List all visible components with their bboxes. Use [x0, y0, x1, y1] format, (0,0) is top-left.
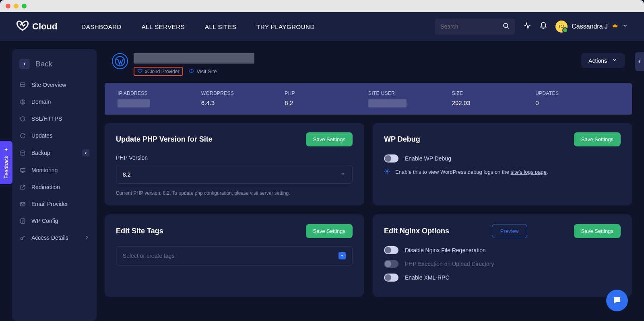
brand-name: Cloud — [32, 21, 57, 32]
site-header: xCloud Provider Visit Site Actions — [105, 49, 632, 83]
svg-point-3 — [21, 150, 25, 152]
window-chrome — [0, 0, 644, 12]
stat-updates: UPDATES0 — [535, 91, 619, 107]
svg-rect-4 — [20, 168, 25, 171]
php-version-card: Update PHP Version for Site Save Setting… — [105, 123, 364, 206]
sparkle-icon: ✦ — [3, 146, 9, 152]
stat-size: SIZE292.03 — [452, 91, 536, 107]
card-title: Update PHP Version for Site — [116, 135, 213, 144]
user-menu[interactable]: CJ Cassandra J — [555, 21, 628, 33]
sidebar-item-label: Access Details — [31, 235, 68, 241]
svg-point-8 — [115, 56, 124, 66]
nginx-opt2-label: PHP Execution on Upload Directory — [405, 261, 494, 267]
app-header: Cloud DASHBOARD ALL SERVERS ALL SITES TR… — [0, 12, 644, 41]
stat-ip-value — [118, 99, 150, 107]
sidebar-item-access[interactable]: Access Details — [12, 229, 97, 246]
right-drawer-handle[interactable] — [635, 52, 644, 71]
sidebar-item-monitoring[interactable]: Monitoring — [12, 162, 97, 179]
refresh-icon — [19, 133, 26, 139]
sidebar-item-backup[interactable]: Backup — [12, 144, 97, 162]
sidebar-item-label: Updates — [31, 132, 52, 139]
card-title: Edit Nginx Options — [384, 227, 449, 235]
chevron-down-icon — [622, 23, 628, 30]
php-version-select[interactable]: 8.2 — [116, 165, 353, 184]
php-exec-toggle[interactable] — [384, 260, 398, 268]
provider-label: xCloud Provider — [145, 69, 179, 74]
back-label: Back — [35, 60, 52, 68]
globe-icon — [189, 68, 194, 75]
stats-bar: IP ADDRESS WORDPRESS6.4.3 PHP8.2 SITE US… — [105, 83, 632, 115]
actions-button[interactable]: Actions — [581, 53, 625, 68]
nginx-regen-toggle[interactable] — [384, 246, 398, 254]
sidebar: Back Site Overview Domain SSL/HTTPS Upda… — [12, 49, 97, 321]
heart-logo-icon — [16, 19, 29, 34]
chevron-down-icon — [340, 171, 346, 178]
sidebar-item-label: Monitoring — [31, 167, 58, 173]
overview-icon — [19, 82, 26, 88]
save-debug-button[interactable]: Save Settings — [574, 132, 621, 146]
window-min-icon[interactable] — [14, 4, 19, 8]
back-button[interactable] — [19, 59, 30, 69]
activity-icon[interactable] — [523, 22, 531, 31]
php-hint: Current PHP version: 8.2. To update php … — [116, 190, 353, 196]
logs-page-link[interactable]: site's logs page — [511, 169, 547, 175]
chat-button[interactable] — [606, 290, 628, 311]
globe-icon — [19, 99, 26, 105]
tags-select[interactable]: Select or create tags — [116, 246, 353, 265]
sidebar-item-redirection[interactable]: Redirection — [12, 179, 97, 195]
svg-point-0 — [504, 23, 508, 28]
feedback-label: Feedback — [3, 156, 9, 179]
search-box[interactable] — [435, 19, 515, 35]
feedback-tab[interactable]: Feedback ✦ — [0, 141, 12, 184]
search-icon[interactable] — [502, 22, 510, 31]
nav-all-sites[interactable]: ALL SITES — [205, 23, 236, 30]
preview-nginx-button[interactable]: Preview — [492, 224, 527, 238]
brand-logo[interactable]: Cloud — [16, 19, 57, 34]
mail-icon — [19, 201, 26, 207]
caret-down-icon — [339, 252, 346, 259]
nav-all-servers[interactable]: ALL SERVERS — [142, 23, 185, 30]
window-max-icon[interactable] — [22, 4, 27, 8]
stat-site-user: SITE USER — [368, 91, 452, 107]
sidebar-item-email[interactable]: Email Provider — [12, 195, 97, 212]
sidebar-item-site-overview[interactable]: Site Overview — [12, 76, 97, 93]
stat-ip: IP ADDRESS — [118, 91, 201, 107]
main-content: xCloud Provider Visit Site Actions IP AD… — [105, 49, 632, 321]
svg-point-10 — [386, 170, 388, 172]
sidebar-item-updates[interactable]: Updates — [12, 127, 97, 144]
nginx-opt3-label: Enable XML-RPC — [405, 274, 450, 281]
visit-site-link[interactable]: Visit Site — [189, 68, 217, 75]
save-nginx-button[interactable]: Save Settings — [574, 224, 621, 238]
save-php-button[interactable]: Save Settings — [306, 132, 353, 146]
user-name: Cassandra J — [572, 23, 608, 30]
wp-debug-toggle[interactable] — [384, 154, 398, 163]
window-close-icon[interactable] — [6, 4, 10, 8]
save-tags-button[interactable]: Save Settings — [306, 224, 353, 238]
sidebar-item-label: Redirection — [31, 184, 60, 190]
monitor-icon — [19, 167, 26, 173]
wp-debug-card: WP Debug Save Settings Enable WP Debug E… — [373, 123, 632, 206]
stat-wordpress: WORDPRESS6.4.3 — [201, 91, 285, 107]
chevron-right-icon — [82, 149, 89, 156]
sidebar-item-label: Domain — [31, 99, 51, 105]
site-tags-card: Edit Site Tags Save Settings Select or c… — [105, 214, 364, 297]
sidebar-item-label: Site Overview — [31, 82, 66, 88]
shield-icon — [19, 116, 26, 122]
provider-badge[interactable]: xCloud Provider — [134, 67, 183, 76]
sidebar-item-wp-config[interactable]: WP Config — [12, 212, 97, 229]
nginx-options-card: Edit Nginx Options Preview Save Settings… — [373, 214, 632, 297]
bell-icon[interactable] — [539, 22, 547, 31]
sidebar-item-label: SSL/HTTPS — [31, 115, 62, 122]
search-input[interactable] — [440, 23, 497, 30]
xmlrpc-toggle[interactable] — [384, 274, 398, 282]
sidebar-item-label: WP Config — [31, 218, 58, 224]
php-version-value: 8.2 — [123, 171, 130, 178]
sidebar-item-label: Backup — [31, 150, 50, 156]
nav-dashboard[interactable]: DASHBOARD — [81, 23, 122, 30]
sidebar-item-domain[interactable]: Domain — [12, 93, 97, 110]
provider-icon — [138, 68, 142, 74]
nav-playground[interactable]: TRY PLAYGROUND — [256, 23, 315, 30]
sidebar-item-ssl[interactable]: SSL/HTTPS — [12, 110, 97, 127]
chevron-right-icon — [85, 235, 89, 241]
tags-placeholder: Select or create tags — [123, 253, 174, 259]
